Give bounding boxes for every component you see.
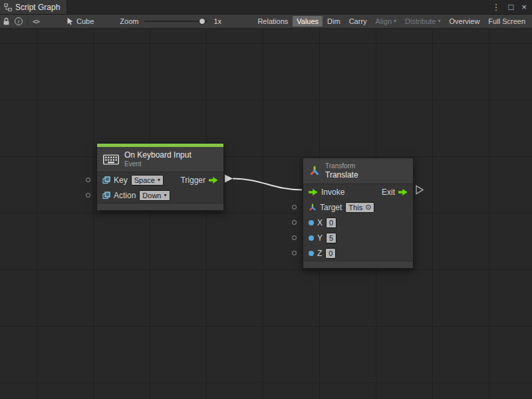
scene-ref-icon: ⊙ [365, 203, 371, 211]
exit-output-port[interactable] [398, 189, 408, 196]
button-label: Dim [327, 17, 340, 25]
action-type-icon [102, 192, 110, 200]
trigger-output-port[interactable] [209, 177, 218, 184]
x-label: X [317, 218, 323, 227]
node-title: On Keyboard Input [124, 151, 192, 160]
dropdown-arrow-icon: ▾ [438, 19, 441, 24]
target-object-label: Cube [76, 17, 94, 25]
invoke-row: Invoke Exit [303, 184, 413, 200]
values-button[interactable]: Values [293, 16, 323, 27]
y-input-port[interactable] [292, 235, 297, 240]
fullscreen-button[interactable]: Full Screen [484, 16, 529, 27]
transform-icon [309, 166, 320, 176]
target-object-field[interactable]: This ⊙ [345, 202, 374, 213]
connection-wire[interactable] [233, 179, 302, 190]
node-on-keyboard-input[interactable]: On Keyboard Input Event Key Space ▾ [96, 143, 224, 211]
distribute-button[interactable]: Distribute ▾ [401, 16, 444, 27]
node-category: Transform [325, 162, 358, 170]
info-icon[interactable]: i [15, 17, 23, 25]
z-label: Z [317, 249, 322, 258]
zoom-slider-track [144, 21, 207, 22]
key-row: Key Space ▾ Trigger [97, 172, 223, 188]
align-button[interactable]: Align ▾ [372, 16, 400, 27]
tab-bar: Script Graph ⋮ □ × [0, 0, 532, 15]
key-dropdown-value: Space [134, 176, 155, 184]
button-label: Carry [349, 17, 367, 25]
node-footer [303, 261, 413, 268]
trigger-label: Trigger [180, 176, 205, 185]
float-type-icon [309, 251, 314, 256]
action-dropdown-value: Down [142, 192, 161, 200]
exit-label: Exit [382, 188, 395, 197]
button-label: Align [376, 17, 392, 25]
graph-target[interactable]: Cube [66, 17, 94, 25]
exit-connection-point[interactable] [416, 186, 423, 194]
node-title: Translate [325, 170, 358, 180]
button-label: Overview [450, 17, 480, 25]
z-row: Z 0 [303, 245, 413, 261]
info-glyph: i [18, 19, 19, 25]
action-input-port[interactable] [86, 193, 90, 198]
button-label: Distribute [405, 17, 436, 25]
dropdown-arrow-icon: ▾ [164, 193, 166, 198]
lock-icon[interactable] [3, 17, 10, 26]
wire-layer [0, 29, 532, 399]
node-footer [97, 203, 223, 210]
toolbar-separator [27, 17, 28, 26]
zoom-slider-handle[interactable] [199, 18, 205, 25]
button-label: Relations [257, 17, 288, 25]
keyboard-icon [103, 154, 119, 165]
zoom-value: 1x [213, 17, 221, 25]
graph-canvas[interactable]: On Keyboard Input Event Key Space ▾ [0, 29, 532, 399]
button-label: Values [297, 17, 319, 25]
code-view-icon[interactable]: <> [33, 18, 39, 25]
target-row: Target This ⊙ [303, 200, 413, 215]
node-header[interactable]: On Keyboard Input Event [97, 147, 223, 172]
invoke-label: Invoke [321, 188, 344, 197]
tab-title: Script Graph [15, 3, 60, 12]
x-input-port[interactable] [292, 220, 297, 225]
node-body: Key Space ▾ Trigger Action [97, 172, 223, 203]
node-transform-translate[interactable]: Transform Translate Invoke Exit [303, 158, 414, 269]
overview-button[interactable]: Overview [446, 16, 484, 27]
button-label: Full Screen [488, 17, 525, 25]
key-label: Key [114, 176, 128, 185]
dim-button[interactable]: Dim [323, 16, 344, 27]
window-controls: ⋮ □ × [492, 0, 532, 14]
y-value-field[interactable]: 5 [326, 233, 336, 243]
zoom-slider[interactable] [144, 18, 207, 25]
target-label: Target [320, 203, 342, 212]
close-icon[interactable]: × [521, 3, 527, 11]
action-row: Action Down ▾ [97, 188, 223, 203]
script-graph-icon [4, 3, 12, 11]
action-label: Action [114, 191, 136, 200]
key-dropdown[interactable]: Space ▾ [131, 175, 164, 186]
y-label: Y [317, 233, 323, 243]
cursor-icon [66, 17, 74, 25]
node-header[interactable]: Transform Translate [303, 158, 413, 184]
maximize-icon[interactable]: □ [509, 3, 514, 11]
y-row: Y 5 [303, 230, 413, 245]
script-graph-window: Script Graph ⋮ □ × i <> Cube Zoom [0, 0, 532, 399]
keycode-type-icon [102, 176, 110, 184]
relations-button[interactable]: Relations [253, 16, 292, 27]
action-dropdown[interactable]: Down ▾ [139, 190, 170, 201]
dropdown-arrow-icon: ▾ [158, 178, 160, 183]
float-type-icon [309, 220, 314, 225]
float-type-icon [309, 235, 314, 241]
tab-script-graph[interactable]: Script Graph [0, 0, 67, 14]
zoom-label: Zoom [120, 17, 138, 25]
menu-icon[interactable]: ⋮ [492, 3, 501, 11]
z-input-port[interactable] [292, 251, 297, 255]
transform-type-icon [309, 203, 317, 211]
target-object-value: This [348, 203, 362, 211]
carry-button[interactable]: Carry [345, 16, 371, 27]
z-value-field[interactable]: 0 [325, 248, 336, 259]
node-subtitle: Event [124, 160, 192, 168]
x-value-field[interactable]: 0 [326, 217, 336, 228]
target-input-port[interactable] [292, 205, 297, 209]
node-body: Invoke Exit Target This ⊙ [303, 184, 413, 261]
trigger-connection-point[interactable] [225, 175, 233, 183]
invoke-input-port[interactable] [309, 189, 318, 196]
key-input-port[interactable] [86, 178, 90, 182]
